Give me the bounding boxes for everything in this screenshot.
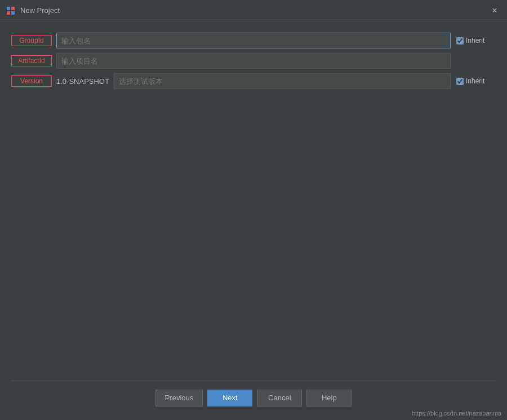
- artifactid-label: ArtifactId: [11, 55, 52, 66]
- form-area: GroupId Inherit ArtifactId Version 1.0-S…: [11, 33, 496, 381]
- svg-rect-3: [11, 11, 15, 15]
- groupid-label: GroupId: [11, 35, 52, 46]
- svg-rect-1: [11, 7, 15, 10]
- help-button[interactable]: Help: [306, 390, 352, 406]
- previous-button[interactable]: Previous: [155, 390, 203, 406]
- button-bar: Previous Next Cancel Help: [11, 381, 496, 414]
- version-label: Version: [11, 75, 52, 87]
- form-content: GroupId Inherit ArtifactId Version 1.0-S…: [0, 21, 507, 420]
- version-inherit-label[interactable]: Inherit: [456, 77, 496, 85]
- window-title: New Project: [20, 6, 488, 15]
- artifactid-input[interactable]: [56, 53, 451, 69]
- version-input[interactable]: [114, 73, 451, 89]
- new-project-window: New Project × GroupId Inherit ArtifactId: [0, 0, 507, 420]
- app-icon: [6, 6, 16, 16]
- version-prefix: 1.0-SNAPSHOT: [56, 77, 109, 86]
- watermark: https://blog.csdn.net/nazabanma: [412, 410, 501, 417]
- close-button[interactable]: ×: [488, 4, 501, 17]
- next-button[interactable]: Next: [207, 390, 252, 406]
- svg-rect-0: [7, 7, 10, 10]
- svg-rect-2: [7, 11, 10, 15]
- groupid-inherit-checkbox[interactable]: [456, 37, 464, 44]
- cancel-button[interactable]: Cancel: [257, 390, 302, 406]
- version-row: Version 1.0-SNAPSHOT Inherit: [11, 73, 496, 89]
- artifactid-row: ArtifactId: [11, 53, 496, 69]
- groupid-inherit-label[interactable]: Inherit: [456, 37, 496, 44]
- version-inherit-checkbox[interactable]: [456, 78, 464, 85]
- title-bar: New Project ×: [0, 0, 507, 21]
- groupid-row: GroupId Inherit: [11, 33, 496, 48]
- groupid-input[interactable]: [56, 33, 451, 48]
